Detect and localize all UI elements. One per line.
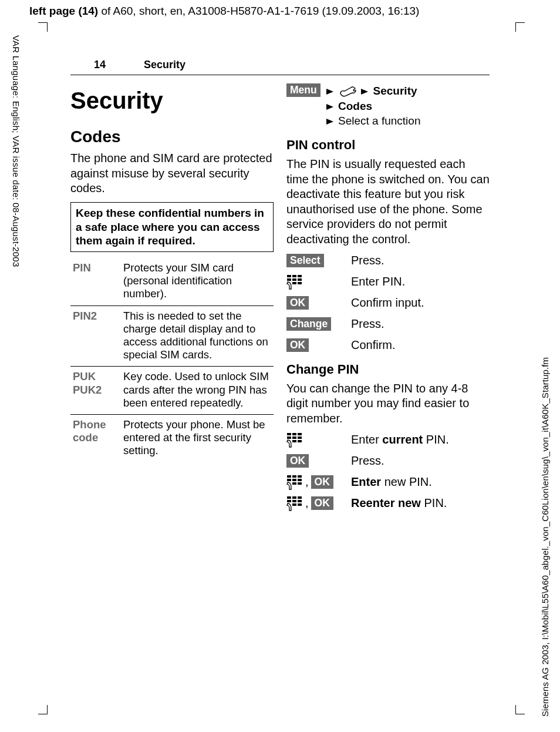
svg-rect-7 bbox=[298, 282, 302, 284]
step-text: Reenter new PIN. bbox=[351, 496, 490, 511]
left-column: Security Codes The phone and SIM card ar… bbox=[70, 83, 274, 517]
code-label: PUK PUK2 bbox=[70, 367, 121, 415]
svg-rect-12 bbox=[292, 436, 296, 439]
page-number: 14 bbox=[94, 59, 144, 71]
svg-rect-28 bbox=[292, 500, 296, 502]
proof-header-bold: left page (14) bbox=[29, 5, 98, 17]
arrow-icon bbox=[326, 119, 333, 125]
step-row: OK Confirm. bbox=[286, 338, 490, 353]
crop-mark bbox=[515, 22, 525, 23]
svg-rect-29 bbox=[298, 500, 302, 502]
svg-rect-26 bbox=[298, 496, 302, 499]
code-label: PIN bbox=[70, 258, 121, 305]
svg-rect-10 bbox=[298, 433, 302, 435]
svg-rect-4 bbox=[292, 278, 296, 281]
nav-select-fn: Select a function bbox=[338, 115, 420, 127]
svg-rect-9 bbox=[292, 433, 296, 435]
svg-rect-13 bbox=[298, 436, 302, 439]
step-text: Confirm input. bbox=[351, 296, 490, 311]
step-row: , OK Reenter new PIN. bbox=[286, 496, 490, 511]
svg-rect-22 bbox=[292, 482, 296, 485]
codes-intro: The phone and SIM card are protected aga… bbox=[70, 151, 274, 196]
step-text: Enter current PIN. bbox=[351, 432, 490, 448]
svg-rect-25 bbox=[292, 496, 296, 499]
step-row: Enter PIN. bbox=[286, 274, 490, 290]
select-softkey: Select bbox=[286, 254, 324, 267]
ok-softkey: OK bbox=[311, 496, 333, 510]
step-row: Change Press. bbox=[286, 317, 490, 332]
nav-codes: Codes bbox=[338, 100, 372, 112]
svg-rect-31 bbox=[298, 503, 302, 506]
table-row: Phone code Protects your phone. Must be … bbox=[70, 414, 274, 462]
svg-rect-19 bbox=[287, 479, 291, 481]
crop-mark bbox=[38, 22, 48, 23]
menu-softkey: Menu bbox=[286, 83, 321, 97]
arrow-icon bbox=[361, 89, 368, 95]
codes-table: PIN Protects your SIM card (personal ide… bbox=[70, 258, 274, 462]
pin-control-body: The PIN is usually requested each time t… bbox=[286, 157, 490, 247]
step-row: Select Press. bbox=[286, 253, 490, 268]
h3-change-pin: Change PIN bbox=[286, 361, 490, 378]
code-desc: Protects your phone. Must be entered at … bbox=[121, 414, 274, 462]
h1-security: Security bbox=[70, 86, 274, 116]
margin-note-right: Siemens AG 2003, I:\Mobil\L55\A60_abgel.… bbox=[540, 258, 554, 717]
step-row: OK Confirm input. bbox=[286, 296, 490, 311]
step-text: Press. bbox=[351, 253, 490, 268]
svg-rect-5 bbox=[298, 278, 302, 281]
table-row: PIN2 This is needed to set the charge de… bbox=[70, 305, 274, 367]
change-pin-steps: Enter current PIN. OK Press. , OK bbox=[286, 432, 490, 511]
svg-rect-20 bbox=[292, 479, 296, 481]
table-row: PIN Protects your SIM card (personal ide… bbox=[70, 258, 274, 305]
nav-security: Security bbox=[373, 85, 417, 97]
keypad-icon bbox=[286, 432, 303, 448]
change-softkey: Change bbox=[286, 317, 331, 331]
svg-rect-2 bbox=[298, 275, 302, 277]
h2-codes: Codes bbox=[70, 126, 274, 147]
code-desc: Key code. Used to unlock SIM cards after… bbox=[121, 367, 274, 415]
svg-rect-8 bbox=[287, 433, 291, 435]
step-row: Enter current PIN. bbox=[286, 432, 490, 448]
step-text: Enter new PIN. bbox=[351, 475, 490, 490]
step-text: Press. bbox=[351, 454, 490, 469]
running-head: 14 Security bbox=[70, 23, 490, 75]
svg-rect-15 bbox=[298, 440, 302, 442]
menu-path: Menu Security Codes bbox=[286, 83, 490, 129]
ok-softkey: OK bbox=[286, 454, 309, 468]
svg-rect-11 bbox=[287, 436, 291, 439]
code-label: Phone code bbox=[70, 414, 121, 462]
pin-control-steps: Select Press. Enter PIN. O bbox=[286, 253, 490, 353]
arrow-icon bbox=[326, 104, 333, 110]
svg-rect-18 bbox=[298, 475, 302, 478]
svg-rect-23 bbox=[298, 482, 302, 485]
step-text: Confirm. bbox=[351, 338, 490, 353]
step-text: Enter PIN. bbox=[351, 274, 490, 290]
ok-softkey: OK bbox=[311, 475, 333, 489]
svg-rect-30 bbox=[292, 503, 296, 506]
svg-rect-16 bbox=[287, 475, 291, 478]
right-column: Menu Security Codes bbox=[286, 83, 490, 517]
keypad-icon bbox=[286, 496, 303, 511]
note-box: Keep these confidential numbers in a saf… bbox=[70, 202, 274, 252]
code-desc: This is needed to set the charge detail … bbox=[121, 305, 274, 367]
ok-softkey: OK bbox=[286, 338, 309, 352]
keypad-icon bbox=[286, 274, 303, 290]
code-desc: Protects your SIM card (personal identif… bbox=[121, 258, 274, 305]
svg-rect-6 bbox=[292, 282, 296, 284]
svg-rect-3 bbox=[287, 278, 291, 281]
svg-rect-17 bbox=[292, 475, 296, 478]
svg-rect-27 bbox=[287, 500, 291, 502]
h3-pin-control: PIN control bbox=[286, 137, 490, 153]
svg-rect-21 bbox=[298, 479, 302, 481]
arrow-icon bbox=[326, 89, 333, 95]
step-row: , OK Enter new PIN. bbox=[286, 475, 490, 490]
setup-icon bbox=[339, 85, 357, 97]
ok-softkey: OK bbox=[286, 296, 309, 310]
code-label: PIN2 bbox=[70, 305, 121, 367]
crop-mark bbox=[515, 714, 525, 714]
running-head-title: Security bbox=[144, 59, 185, 71]
svg-rect-0 bbox=[287, 275, 291, 277]
svg-rect-24 bbox=[287, 496, 291, 499]
step-row: OK Press. bbox=[286, 454, 490, 469]
table-row: PUK PUK2 Key code. Used to unlock SIM ca… bbox=[70, 367, 274, 415]
step-text: Press. bbox=[351, 317, 490, 332]
